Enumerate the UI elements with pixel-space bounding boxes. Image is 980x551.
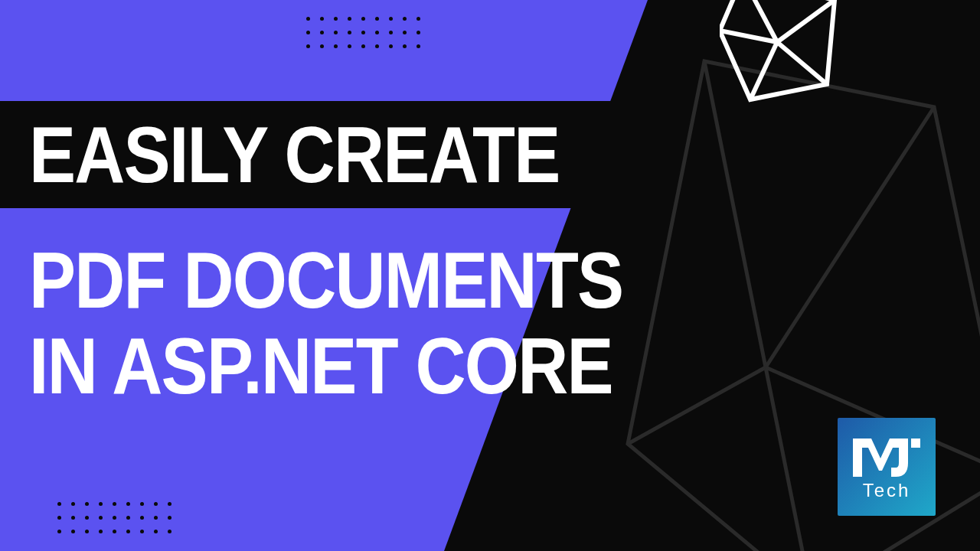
mj-tech-logo: Tech <box>838 418 936 516</box>
dot-grid-bottom-icon <box>57 502 172 534</box>
svg-line-0 <box>704 61 766 367</box>
title-line-3: IN ASP.NET CORE <box>29 323 622 409</box>
title-highlight-bar: EASILY CREATE <box>0 101 659 208</box>
title-line-1: EASILY CREATE <box>29 115 560 194</box>
svg-line-3 <box>766 367 812 551</box>
title-line-2: PDF DOCUMENTS <box>29 237 622 323</box>
dot-grid-top-icon <box>306 17 421 49</box>
thumbnail-canvas: EASILY CREATE PDF DOCUMENTS IN ASP.NET C… <box>0 0 980 551</box>
pentagon-outline-icon <box>720 0 842 107</box>
svg-rect-11 <box>911 439 920 448</box>
logo-subtext: Tech <box>863 480 911 501</box>
title-remaining: PDF DOCUMENTS IN ASP.NET CORE <box>29 237 622 409</box>
svg-line-7 <box>777 0 835 42</box>
svg-line-1 <box>766 107 934 367</box>
svg-line-2 <box>628 367 766 444</box>
svg-line-9 <box>750 42 777 99</box>
svg-line-8 <box>777 42 827 84</box>
svg-line-10 <box>720 31 777 42</box>
mj-logo-mark-icon <box>848 432 925 481</box>
